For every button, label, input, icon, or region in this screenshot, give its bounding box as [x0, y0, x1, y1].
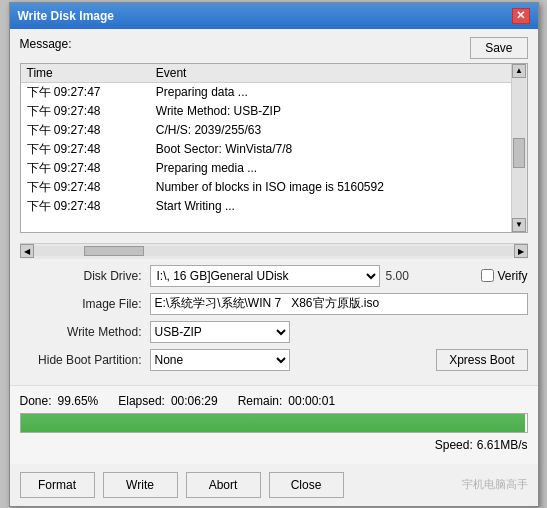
- speed-label: Speed:: [435, 438, 473, 452]
- disk-drive-select[interactable]: I:\, 16 GB]General UDisk: [150, 265, 380, 287]
- log-time: 下午 09:27:48: [21, 159, 150, 178]
- xpress-boot-button[interactable]: Xpress Boot: [436, 349, 527, 371]
- elapsed-label: Elapsed:: [118, 394, 165, 408]
- scroll-down-btn[interactable]: ▼: [512, 218, 526, 232]
- remain-label: Remain:: [238, 394, 283, 408]
- progress-bar-fill: [21, 414, 525, 432]
- log-scrollbar[interactable]: ▲ ▼: [511, 64, 527, 232]
- write-button[interactable]: Write: [103, 472, 178, 498]
- image-file-row: Image File:: [20, 293, 528, 315]
- scroll-track: [512, 78, 526, 218]
- done-label: Done:: [20, 394, 52, 408]
- write-method-select[interactable]: USB-ZIP: [150, 321, 290, 343]
- disk-drive-label: Disk Drive:: [20, 269, 150, 283]
- scroll-up-btn[interactable]: ▲: [512, 64, 526, 78]
- hide-boot-row: Hide Boot Partition: None Xpress Boot: [20, 349, 528, 371]
- disk-drive-field: I:\, 16 GB]General UDisk 5.00 Verify: [150, 265, 528, 287]
- log-event: Write Method: USB-ZIP: [150, 102, 511, 121]
- abort-button[interactable]: Abort: [186, 472, 261, 498]
- col-event: Event: [150, 64, 511, 83]
- format-button[interactable]: Format: [20, 472, 95, 498]
- scroll-right-btn[interactable]: ▶: [514, 244, 528, 258]
- progress-section: Done: 99.65% Elapsed: 00:06:29 Remain: 0…: [10, 385, 538, 464]
- title-bar: Write Disk Image ✕: [10, 3, 538, 29]
- verify-checkbox[interactable]: [481, 269, 494, 282]
- log-event: Preparing data ...: [150, 82, 511, 102]
- log-event: Number of blocks in ISO image is 5160592: [150, 178, 511, 197]
- button-row: Format Write Abort Close 宇机电脑高手: [10, 464, 538, 506]
- speed-value: 6.61MB/s: [477, 438, 528, 452]
- table-row: 下午 09:27:48Boot Sector: WinVista/7/8: [21, 140, 511, 159]
- log-time: 下午 09:27:48: [21, 197, 150, 216]
- log-time: 下午 09:27:48: [21, 121, 150, 140]
- write-method-label: Write Method:: [20, 325, 150, 339]
- done-stat: Done: 99.65%: [20, 394, 99, 408]
- table-row: 下午 09:27:48Preparing media ...: [21, 159, 511, 178]
- progress-stats: Done: 99.65% Elapsed: 00:06:29 Remain: 0…: [20, 394, 528, 408]
- log-event: Boot Sector: WinVista/7/8: [150, 140, 511, 159]
- elapsed-value: 00:06:29: [171, 394, 218, 408]
- log-time: 下午 09:27:48: [21, 178, 150, 197]
- table-row: 下午 09:27:48Start Writing ...: [21, 197, 511, 216]
- log-event: Preparing media ...: [150, 159, 511, 178]
- hide-boot-field: None Xpress Boot: [150, 349, 528, 371]
- close-button[interactable]: Close: [269, 472, 344, 498]
- remain-stat: Remain: 00:00:01: [238, 394, 335, 408]
- log-table: Time Event 下午 09:27:47Preparing data ...…: [21, 64, 511, 232]
- remain-value: 00:00:01: [288, 394, 335, 408]
- write-method-field: USB-ZIP: [150, 321, 528, 343]
- elapsed-stat: Elapsed: 00:06:29: [118, 394, 217, 408]
- table-row: 下午 09:27:48C/H/S: 2039/255/63: [21, 121, 511, 140]
- image-file-input[interactable]: [150, 293, 528, 315]
- close-window-button[interactable]: ✕: [512, 8, 530, 24]
- log-area: Time Event 下午 09:27:47Preparing data ...…: [20, 63, 528, 233]
- table-row: 下午 09:27:47Preparing data ...: [21, 82, 511, 102]
- hide-boot-label: Hide Boot Partition:: [20, 353, 150, 367]
- scroll-thumb[interactable]: [513, 138, 525, 168]
- horiz-scroll-thumb[interactable]: [84, 246, 144, 256]
- save-button[interactable]: Save: [470, 37, 527, 59]
- verify-checkbox-row: Verify: [481, 269, 527, 283]
- done-value: 99.65%: [58, 394, 99, 408]
- table-row: 下午 09:27:48Number of blocks in ISO image…: [21, 178, 511, 197]
- disk-drive-row: Disk Drive: I:\, 16 GB]General UDisk 5.0…: [20, 265, 528, 287]
- hide-boot-select[interactable]: None: [150, 349, 290, 371]
- message-label: Message:: [20, 37, 72, 51]
- log-event: Start Writing ...: [150, 197, 511, 216]
- speed-row: Speed: 6.61MB/s: [20, 438, 528, 452]
- log-event: C/H/S: 2039/255/63: [150, 121, 511, 140]
- verify-label: Verify: [497, 269, 527, 283]
- log-time: 下午 09:27:47: [21, 82, 150, 102]
- content-area: Message: Save Time Event 下午 09:27:47Prep…: [10, 29, 538, 385]
- col-time: Time: [21, 64, 150, 83]
- progress-bar-container: [20, 413, 528, 433]
- log-time: 下午 09:27:48: [21, 102, 150, 121]
- image-file-field: [150, 293, 528, 315]
- disk-version: 5.00: [386, 269, 409, 283]
- main-window: Write Disk Image ✕ Message: Save Time Ev…: [9, 2, 539, 507]
- header-row: Message: Save: [20, 37, 528, 59]
- watermark: 宇机电脑高手: [462, 477, 528, 492]
- image-file-label: Image File:: [20, 297, 150, 311]
- write-method-row: Write Method: USB-ZIP: [20, 321, 528, 343]
- horiz-scroll-track: [34, 246, 514, 256]
- horiz-scrollbar[interactable]: ◀ ▶: [20, 243, 528, 259]
- scroll-left-btn[interactable]: ◀: [20, 244, 34, 258]
- log-time: 下午 09:27:48: [21, 140, 150, 159]
- table-row: 下午 09:27:48Write Method: USB-ZIP: [21, 102, 511, 121]
- window-title: Write Disk Image: [18, 9, 114, 23]
